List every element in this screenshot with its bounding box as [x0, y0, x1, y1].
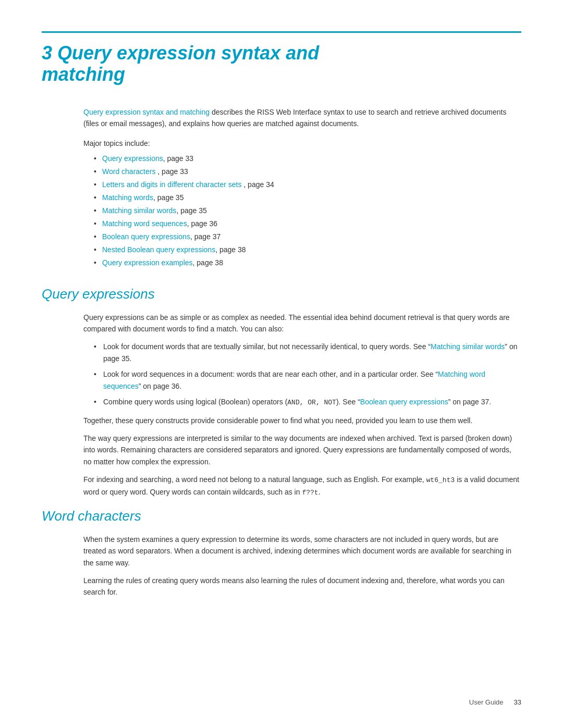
link-matching-similar[interactable]: Matching similar words: [431, 342, 505, 351]
top-rule: [42, 31, 521, 33]
topic-list: Query expressions, page 33 Word characte…: [94, 153, 521, 268]
code-example-wildcard: f??t: [302, 489, 318, 497]
list-item: Letters and digits in different characte…: [94, 179, 521, 190]
intro-paragraph: Query expression syntax and matching des…: [83, 106, 521, 130]
list-item: Matching similar words, page 35: [94, 205, 521, 216]
page: 3 Query expression syntax andmatching Qu…: [0, 0, 563, 728]
code-operators: AND, OR, NOT: [287, 399, 336, 406]
topic-link-matching-sequences[interactable]: Matching word sequences: [102, 219, 187, 228]
intro-link[interactable]: Query expression syntax and matching: [83, 108, 210, 116]
topic-link-examples[interactable]: Query expression examples: [102, 258, 193, 267]
topic-page: , page 38: [193, 258, 223, 267]
list-item: Query expression examples, page 38: [94, 257, 521, 268]
list-item: Word characters , page 33: [94, 166, 521, 177]
list-item: Combine query words using logical (Boole…: [94, 396, 521, 409]
section-heading-word-characters: Word characters: [42, 506, 521, 526]
section-heading-query-expressions: Query expressions: [42, 284, 521, 304]
topic-page: , page 34: [241, 180, 274, 189]
chapter-title: 3 Query expression syntax andmatching: [42, 42, 521, 85]
topic-link-query-expressions[interactable]: Query expressions: [102, 154, 163, 163]
topic-link-matching-words[interactable]: Matching words: [102, 193, 153, 202]
qe-para-4: For indexing and searching, a word need …: [83, 474, 521, 499]
footer-page-number: 33: [514, 697, 521, 708]
section-body-word-characters: When the system examines a query express…: [83, 534, 521, 598]
footer-label: User Guide: [469, 697, 504, 708]
topic-link-word-characters[interactable]: Word characters: [102, 167, 155, 176]
topic-link-boolean[interactable]: Boolean query expressions: [102, 232, 190, 241]
list-item: Nested Boolean query expressions, page 3…: [94, 244, 521, 255]
list-item: Look for word sequences in a document: w…: [94, 368, 521, 392]
list-item: Boolean query expressions, page 37: [94, 231, 521, 242]
topic-page: , page 33: [163, 154, 193, 163]
list-item: Query expressions, page 33: [94, 153, 521, 164]
topic-link-nested-boolean[interactable]: Nested Boolean query expressions: [102, 245, 215, 254]
topic-link-matching-similar[interactable]: Matching similar words: [102, 206, 176, 215]
topic-page: , page 38: [215, 245, 246, 254]
link-boolean-query[interactable]: Boolean query expressions: [360, 398, 448, 406]
footer: User Guide 33: [469, 697, 521, 708]
list-item: Look for document words that are textual…: [94, 341, 521, 364]
topic-page: , page 35: [153, 193, 183, 202]
qe-para-1: Query expressions can be as simple or as…: [83, 312, 521, 335]
topic-page: , page 33: [155, 167, 188, 176]
topic-page: , page 36: [187, 219, 217, 228]
list-item: Matching word sequences, page 36: [94, 218, 521, 229]
wc-para-1: When the system examines a query express…: [83, 534, 521, 569]
topic-link-letters-digits[interactable]: Letters and digits in different characte…: [102, 180, 241, 189]
major-topics-label: Major topics include:: [83, 138, 521, 149]
list-item: Matching words, page 35: [94, 192, 521, 203]
topic-page: , page 37: [190, 232, 221, 241]
link-matching-sequences[interactable]: Matching word sequences: [103, 370, 485, 390]
code-example-word: wt6_ht3: [426, 476, 455, 484]
qe-para-2: Together, these query constructs provide…: [83, 415, 521, 426]
qe-para-3: The way query expressions are interprete…: [83, 433, 521, 467]
qe-list: Look for document words that are textual…: [94, 341, 521, 408]
topic-page: , page 35: [176, 206, 206, 215]
wc-para-2: Learning the rules of creating query wor…: [83, 575, 521, 598]
section-body-query-expressions: Query expressions can be as simple or as…: [83, 312, 521, 499]
